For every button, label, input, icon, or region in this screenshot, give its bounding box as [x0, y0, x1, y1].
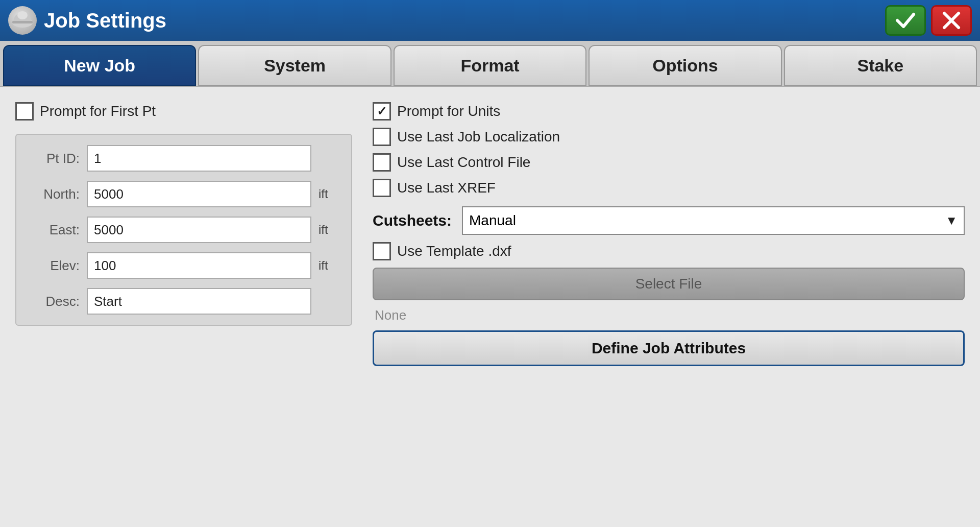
elev-input[interactable]: [87, 252, 311, 279]
east-unit: ift: [318, 223, 339, 237]
desc-input[interactable]: [87, 288, 311, 315]
cutsheets-label: Cutsheets:: [373, 212, 452, 229]
use-last-job-localization-row: Use Last Job Localization: [373, 128, 965, 146]
use-last-job-localization-checkbox[interactable]: [373, 128, 391, 146]
content-area: Prompt for First Pt Pt ID: North: ift Ea…: [0, 87, 980, 527]
elev-row: Elev: ift: [29, 252, 339, 279]
use-last-xref-label: Use Last XREF: [397, 180, 496, 196]
fields-box: Pt ID: North: ift East: ift Elev: ift: [15, 134, 352, 326]
prompt-first-pt-checkbox[interactable]: [15, 102, 34, 121]
east-input[interactable]: [87, 217, 311, 243]
prompt-for-units-label: Prompt for Units: [397, 103, 500, 119]
use-template-dxf-row: Use Template .dxf: [373, 242, 965, 260]
select-file-label: Select File: [635, 276, 702, 292]
tab-system[interactable]: System: [198, 45, 391, 86]
use-last-control-file-label: Use Last Control File: [397, 154, 530, 171]
use-template-dxf-label: Use Template .dxf: [397, 243, 511, 259]
tab-format[interactable]: Format: [394, 45, 586, 86]
prompt-first-pt-label: Prompt for First Pt: [40, 103, 156, 119]
north-unit: ift: [318, 187, 339, 201]
use-last-control-file-row: Use Last Control File: [373, 153, 965, 172]
cutsheets-row: Cutsheets: Manual ▼: [373, 206, 965, 235]
right-panel: Prompt for Units Use Last Job Localizati…: [373, 102, 965, 512]
define-job-attrs-label: Define Job Attributes: [592, 340, 746, 357]
ok-button[interactable]: [885, 5, 926, 36]
elev-unit: ift: [318, 258, 339, 273]
tabs-bar: New Job System Format Options Stake: [0, 41, 980, 87]
north-input[interactable]: [87, 181, 311, 207]
prompt-for-units-row: Prompt for Units: [373, 102, 965, 121]
east-row: East: ift: [29, 217, 339, 243]
pt-id-row: Pt ID:: [29, 145, 339, 172]
use-last-job-localization-label: Use Last Job Localization: [397, 129, 560, 145]
pt-id-label: Pt ID:: [29, 151, 80, 166]
cutsheets-dropdown[interactable]: Manual ▼: [462, 206, 965, 235]
cutsheets-value: Manual: [469, 212, 516, 229]
tab-stake[interactable]: Stake: [784, 45, 977, 86]
dropdown-arrow-icon: ▼: [945, 213, 958, 228]
svg-point-2: [17, 11, 28, 19]
desc-row: Desc:: [29, 288, 339, 315]
select-file-button[interactable]: Select File: [373, 268, 965, 300]
use-last-xref-checkbox[interactable]: [373, 179, 391, 197]
left-panel: Prompt for First Pt Pt ID: North: ift Ea…: [15, 102, 352, 512]
title-bar: Job Settings: [0, 0, 980, 41]
title-bar-buttons: [885, 5, 972, 36]
east-label: East:: [29, 222, 80, 238]
tab-options[interactable]: Options: [589, 45, 781, 86]
desc-label: Desc:: [29, 294, 80, 309]
use-last-control-file-checkbox[interactable]: [373, 153, 391, 172]
use-last-xref-row: Use Last XREF: [373, 179, 965, 197]
north-label: North:: [29, 186, 80, 202]
define-job-attributes-button[interactable]: Define Job Attributes: [373, 330, 965, 366]
cancel-button[interactable]: [931, 5, 972, 36]
svg-rect-1: [12, 21, 33, 23]
app-title: Job Settings: [44, 9, 878, 32]
tab-new-job[interactable]: New Job: [3, 45, 196, 86]
use-template-dxf-checkbox[interactable]: [373, 242, 391, 260]
none-label: None: [373, 307, 965, 323]
north-row: North: ift: [29, 181, 339, 207]
app-icon: [8, 6, 37, 35]
prompt-for-units-checkbox[interactable]: [373, 102, 391, 121]
pt-id-input[interactable]: [87, 145, 311, 172]
prompt-first-pt-row: Prompt for First Pt: [15, 102, 352, 121]
elev-label: Elev:: [29, 258, 80, 274]
